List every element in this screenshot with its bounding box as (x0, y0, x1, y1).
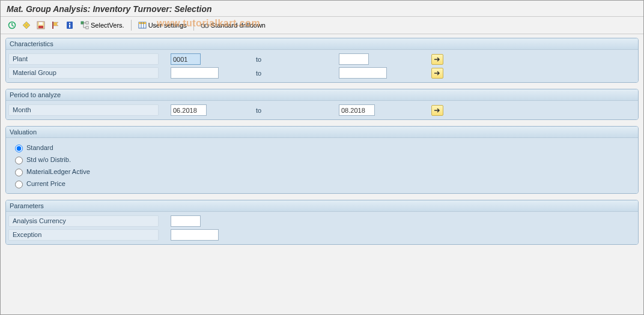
material-group-label: Material Group (8, 67, 159, 79)
goto-button[interactable] (49, 19, 62, 31)
plant-to-label: to (249, 56, 339, 63)
svg-rect-3 (39, 22, 43, 25)
characteristics-body: Plant to Material Group to (6, 50, 638, 82)
tree-icon (80, 21, 89, 29)
select-version-button[interactable]: SelectVers. (77, 19, 127, 31)
analysis-currency-label: Analysis Currency (8, 215, 159, 227)
svg-rect-8 (81, 22, 84, 24)
info-icon (65, 21, 74, 29)
standard-drilldown-button[interactable]: Standard drilldown (198, 19, 269, 31)
characteristics-title: Characteristics (6, 38, 638, 50)
select-version-label: SelectVers. (91, 22, 124, 29)
characteristics-group: Characteristics Plant to Material Group (5, 38, 639, 83)
plant-row: Plant to (6, 52, 638, 66)
arrow-right-icon (434, 107, 441, 113)
svg-rect-7 (69, 25, 70, 28)
month-multiple-selection-button[interactable] (431, 105, 443, 116)
toolbar-separator (193, 20, 194, 31)
material-group-multiple-selection-button[interactable] (431, 68, 443, 79)
valuation-stdwo-radio[interactable] (15, 157, 23, 164)
svg-rect-12 (139, 22, 146, 24)
execute-button[interactable] (5, 19, 19, 31)
valuation-mlactive-radio[interactable] (15, 169, 23, 176)
info-button[interactable] (63, 19, 76, 31)
svg-rect-2 (38, 26, 43, 28)
disk-icon (37, 21, 45, 29)
svg-point-15 (201, 24, 205, 28)
valuation-body: Standard Std w/o Distrib. MaterialLedger… (6, 138, 638, 193)
plant-multiple-selection-button[interactable] (431, 54, 443, 65)
valuation-mlactive-option[interactable]: MaterialLedger Active (6, 166, 638, 178)
month-to-input[interactable] (339, 104, 375, 116)
exception-row: Exception (6, 228, 638, 242)
svg-rect-10 (86, 26, 88, 29)
exception-input[interactable] (171, 229, 219, 241)
valuation-stdwo-label: Std w/o Distrib. (26, 156, 71, 163)
analysis-currency-input[interactable] (171, 215, 201, 227)
plant-label: Plant (8, 53, 159, 65)
toolbar-separator (131, 20, 132, 31)
valuation-title: Valuation (6, 127, 638, 138)
material-group-row: Material Group to (6, 66, 638, 80)
plant-to-input[interactable] (339, 53, 369, 65)
plant-from-input[interactable] (171, 53, 201, 65)
material-group-from-input[interactable] (171, 67, 219, 79)
valuation-standard-label: Standard (26, 144, 53, 151)
svg-point-16 (205, 24, 208, 28)
table-settings-icon (138, 21, 147, 29)
valuation-group: Valuation Standard Std w/o Distrib. Mate… (5, 126, 639, 194)
glasses-icon (201, 21, 209, 29)
flag-icon (51, 21, 59, 29)
valuation-currentprice-radio[interactable] (15, 181, 23, 188)
arrow-right-icon (434, 70, 441, 76)
user-settings-label: User settings (148, 22, 187, 29)
standard-drilldown-label: Standard drilldown (211, 22, 266, 29)
valuation-mlactive-label: MaterialLedger Active (26, 168, 90, 175)
application-toolbar: SelectVers. User settings Standard drill… (1, 17, 643, 34)
svg-rect-6 (69, 23, 70, 24)
arrow-right-icon (434, 56, 441, 62)
month-label: Month (8, 104, 159, 116)
period-group: Period to analyze Month to (5, 89, 639, 120)
valuation-stdwo-option[interactable]: Std w/o Distrib. (6, 154, 638, 166)
analysis-currency-row: Analysis Currency (6, 214, 638, 228)
page-title: Mat. Group Analysis: Inventory Turnover:… (7, 4, 212, 14)
period-title: Period to analyze (6, 89, 638, 101)
month-from-input[interactable] (171, 104, 207, 116)
parameters-group: Parameters Analysis Currency Exception (5, 200, 639, 245)
save-button[interactable] (34, 19, 47, 31)
user-settings-button[interactable]: User settings (135, 19, 190, 31)
selection-screen: Characteristics Plant to Material Group (1, 34, 643, 254)
clock-execute-icon (8, 21, 16, 29)
valuation-currentprice-option[interactable]: Current Price (6, 178, 638, 190)
material-group-to-label: to (249, 70, 339, 77)
valuation-standard-option[interactable]: Standard (6, 142, 638, 154)
svg-rect-4 (52, 22, 53, 29)
valuation-currentprice-label: Current Price (26, 180, 65, 187)
month-row: Month to (6, 103, 638, 117)
title-bar: Mat. Group Analysis: Inventory Turnover:… (1, 1, 643, 17)
parameters-body: Analysis Currency Exception (6, 212, 638, 244)
diamond-icon (22, 21, 31, 29)
valuation-standard-radio[interactable] (15, 145, 23, 152)
variant-button[interactable] (20, 19, 33, 31)
period-body: Month to (6, 101, 638, 119)
exception-label: Exception (8, 229, 159, 241)
parameters-title: Parameters (6, 200, 638, 212)
material-group-to-input[interactable] (339, 67, 387, 79)
month-to-label: to (249, 107, 339, 114)
svg-rect-9 (86, 22, 88, 24)
